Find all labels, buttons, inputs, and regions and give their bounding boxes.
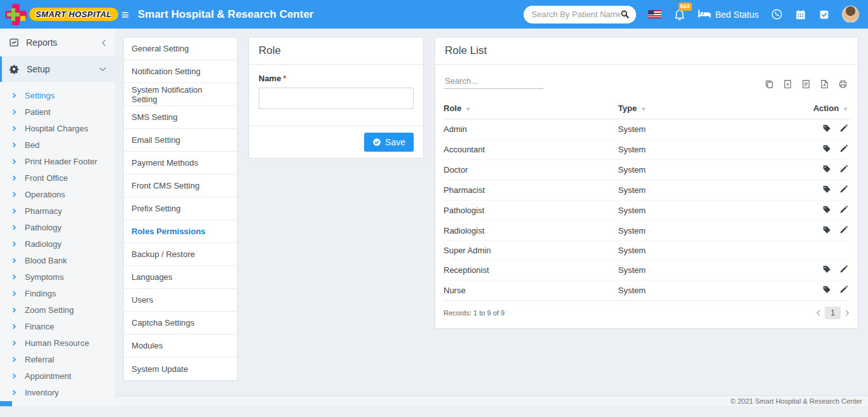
search-icon[interactable] xyxy=(620,10,630,19)
column-header-action[interactable]: Action▼ xyxy=(789,98,850,119)
csv-export-icon[interactable] xyxy=(801,79,811,89)
edit-pencil-icon[interactable] xyxy=(839,205,848,214)
copyright-text: © 2021 Smart Hospital & Research Center xyxy=(731,397,862,405)
sidebar-item-referral[interactable]: Referral xyxy=(0,351,115,367)
sidebar-item-pharmacy[interactable]: Pharmacy xyxy=(0,202,115,219)
action-cell xyxy=(789,260,850,281)
save-button[interactable]: Save xyxy=(364,133,414,152)
prev-page-icon[interactable] xyxy=(816,310,820,316)
sidebar-item-radiology[interactable]: Radiology xyxy=(0,235,115,252)
settings-menu-item-notification-setting[interactable]: Notification Setting xyxy=(124,60,237,83)
notifications-bell-icon[interactable]: 593 xyxy=(674,8,686,20)
edit-pencil-icon[interactable] xyxy=(839,124,848,133)
assign-permission-tag-icon[interactable] xyxy=(822,124,831,133)
assign-permission-tag-icon[interactable] xyxy=(822,225,831,234)
menu-toggle-icon[interactable]: ≡ xyxy=(121,8,129,21)
page-number[interactable]: 1 xyxy=(825,307,841,319)
sidebar-item-settings[interactable]: Settings xyxy=(0,87,115,103)
assign-permission-tag-icon[interactable] xyxy=(822,144,831,153)
sidebar-item-custom-fields[interactable]: Custom Fields xyxy=(0,400,115,406)
sidebar-item-patient[interactable]: Patient xyxy=(0,103,115,120)
settings-menu-item-system-notification-setting[interactable]: System Notification Setting xyxy=(124,83,237,106)
settings-menu-item-captcha-settings[interactable]: Captcha Settings xyxy=(124,312,237,334)
whatsapp-icon[interactable] xyxy=(771,8,783,20)
assign-permission-tag-icon[interactable] xyxy=(822,164,831,173)
print-export-icon[interactable] xyxy=(838,79,848,89)
user-avatar[interactable] xyxy=(842,6,859,23)
chevron-right-icon xyxy=(12,109,17,115)
app-logo[interactable]: SMART HOSPITAL xyxy=(0,0,115,29)
sidebar-item-print-header-footer[interactable]: Print Header Footer xyxy=(0,153,115,169)
assign-permission-tag-icon[interactable] xyxy=(822,265,831,274)
chevron-right-icon xyxy=(12,241,17,247)
sidebar-item-human-resource[interactable]: Human Resource xyxy=(0,334,115,351)
column-header-type[interactable]: Type▼ xyxy=(618,98,789,119)
tasks-check-icon[interactable] xyxy=(818,9,830,20)
column-header-role[interactable]: Role▼ xyxy=(444,98,618,119)
edit-pencil-icon[interactable] xyxy=(839,164,848,173)
settings-menu-item-payment-methods[interactable]: Payment Methods xyxy=(124,152,237,175)
sidebar-item-front-office[interactable]: Front Office xyxy=(0,169,115,186)
role-name-input[interactable] xyxy=(259,88,414,109)
edit-pencil-icon[interactable] xyxy=(839,144,848,153)
sidebar-item-pathology[interactable]: Pathology xyxy=(0,219,115,235)
settings-menu-item-languages[interactable]: Languages xyxy=(124,266,237,289)
excel-export-icon[interactable] xyxy=(783,79,792,89)
settings-menu-item-system-update[interactable]: System Update xyxy=(124,357,237,380)
sidebar-item-hospital-charges[interactable]: Hospital Charges xyxy=(0,120,115,136)
sidebar-item-label: Radiology xyxy=(25,239,62,249)
edit-pencil-icon[interactable] xyxy=(839,265,848,274)
app-title: Smart Hospital & Research Center xyxy=(138,8,314,21)
sidebar-item-findings[interactable]: Findings xyxy=(0,285,115,301)
sidebar-item-finance[interactable]: Finance xyxy=(0,318,115,334)
patient-search[interactable] xyxy=(524,6,636,23)
sidebar-item-zoom-setting[interactable]: Zoom Setting xyxy=(0,301,115,318)
role-cell: Accountant xyxy=(444,140,618,160)
action-cell xyxy=(789,180,850,201)
chevron-right-icon xyxy=(12,291,17,296)
sidebar-item-bed[interactable]: Bed xyxy=(0,136,115,153)
settings-menu-item-users[interactable]: Users xyxy=(124,289,237,312)
settings-menu-item-modules[interactable]: Modules xyxy=(124,334,237,357)
main-content: General SettingNotification SettingSyste… xyxy=(115,29,868,395)
bed-status-label: Bed Status xyxy=(715,10,759,20)
settings-menu-item-email-setting[interactable]: Email Setting xyxy=(124,129,237,152)
settings-menu-item-roles-permissions[interactable]: Roles Permissions xyxy=(124,220,237,243)
sidebar-section-label: Setup xyxy=(27,64,50,74)
bed-status-button[interactable]: Bed Status xyxy=(698,9,759,20)
action-cell xyxy=(789,281,850,301)
sidebar-item-appointment[interactable]: Appointment xyxy=(0,367,115,384)
language-flag-icon[interactable] xyxy=(648,10,661,18)
role-form-panel: Role Name* Save xyxy=(248,37,424,159)
settings-menu-item-backup-restore[interactable]: Backup / Restore xyxy=(124,243,237,266)
copy-export-icon[interactable] xyxy=(764,79,774,89)
settings-menu-item-sms-setting[interactable]: SMS Setting xyxy=(124,106,237,129)
sidebar-item-operations[interactable]: Operations xyxy=(0,186,115,202)
reports-chart-icon xyxy=(9,37,19,48)
sidebar-section-setup[interactable]: Setup xyxy=(0,56,115,82)
assign-permission-tag-icon[interactable] xyxy=(822,185,831,194)
chevron-down-icon xyxy=(99,67,106,72)
role-cell: Nurse xyxy=(444,281,618,301)
sidebar-item-blood-bank[interactable]: Blood Bank xyxy=(0,252,115,268)
role-list-search-input[interactable] xyxy=(444,74,543,89)
settings-menu-item-prefix-setting[interactable]: Prefix Setting xyxy=(124,197,237,220)
settings-menu-item-front-cms-setting[interactable]: Front CMS Setting xyxy=(124,175,237,197)
edit-pencil-icon[interactable] xyxy=(839,225,848,234)
pdf-export-icon[interactable] xyxy=(820,79,829,89)
next-page-icon[interactable] xyxy=(845,310,850,316)
type-cell: System xyxy=(618,140,789,160)
chevron-right-icon xyxy=(12,192,17,197)
edit-pencil-icon[interactable] xyxy=(839,185,848,194)
sidebar-section-reports[interactable]: Reports xyxy=(0,29,115,56)
sidebar-item-inventory[interactable]: Inventory xyxy=(0,384,115,400)
settings-menu-item-general-setting[interactable]: General Setting xyxy=(124,37,237,60)
sidebar-item-label: Finance xyxy=(25,322,54,331)
patient-search-input[interactable] xyxy=(532,10,620,19)
assign-permission-tag-icon[interactable] xyxy=(822,285,831,294)
chevron-right-icon xyxy=(12,93,17,98)
calendar-icon[interactable] xyxy=(795,9,806,20)
sidebar-item-symptoms[interactable]: Symptoms xyxy=(0,268,115,285)
assign-permission-tag-icon[interactable] xyxy=(822,205,831,214)
edit-pencil-icon[interactable] xyxy=(839,285,848,294)
